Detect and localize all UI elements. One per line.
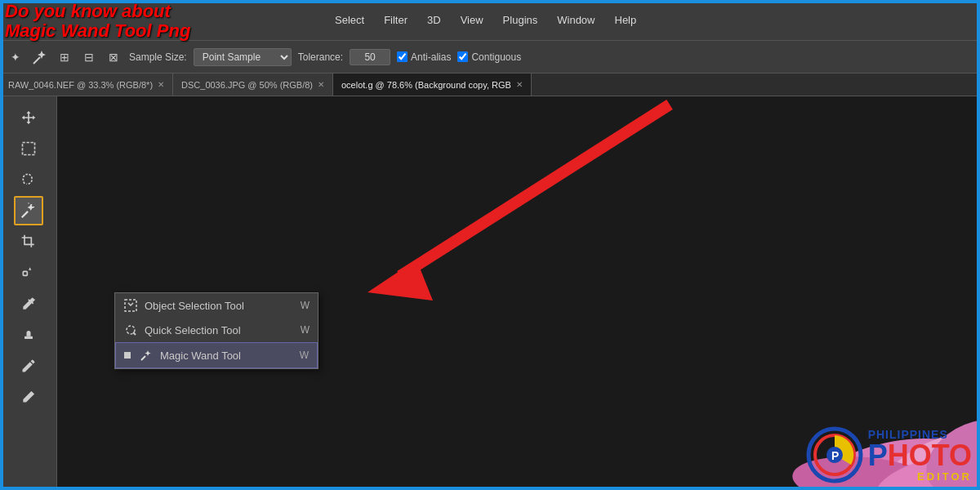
logo-text: PHILIPPINES P HOTO EDITOR	[868, 428, 972, 483]
lasso-tool[interactable]	[14, 165, 43, 194]
intersect-icon[interactable]: ⊠	[105, 48, 122, 66]
tab-bar: RAW_0046.NEF @ 33.3% (RGB/8*) ✕ DSC_0036…	[0, 74, 980, 96]
svg-point-5	[33, 207, 33, 207]
tool-flyout: Object Selection Tool W Quick Selection …	[114, 292, 318, 369]
menu-items-container: Select Filter 3D View Plugins Window Hel…	[327, 11, 644, 29]
tolerance-input[interactable]	[350, 49, 390, 65]
svg-rect-7	[24, 336, 33, 339]
magic-wand-tool[interactable]	[14, 196, 43, 225]
contiguous-group: Contiguous	[457, 51, 521, 63]
logo-photo-p: P	[868, 441, 888, 470]
tolerance-label: Tolerance:	[298, 51, 343, 63]
sample-size-select[interactable]: Point Sample 3 by 3 Average 5 by 5 Avera…	[194, 48, 292, 66]
svg-point-3	[31, 204, 32, 205]
move-tool[interactable]	[14, 103, 43, 132]
tool-preset-icon[interactable]: ✦	[7, 48, 24, 66]
tab-1[interactable]: DSC_0036.JPG @ 50% (RGB/8) ✕	[173, 74, 333, 96]
logo-circle-icon: P	[806, 426, 863, 483]
svg-line-13	[400, 105, 670, 276]
svg-text:P: P	[831, 449, 839, 462]
overlay-line1: Do you know about	[5, 2, 190, 21]
anti-alias-group: Anti-alias	[397, 51, 451, 63]
crop-tool[interactable]	[14, 227, 43, 256]
flyout-quick-selection-shortcut: W	[301, 324, 310, 336]
spot-heal-tool[interactable]	[14, 258, 43, 287]
contiguous-checkbox[interactable]	[457, 51, 468, 62]
svg-line-17	[141, 356, 145, 360]
magic-wand-icon	[139, 348, 154, 363]
flyout-magic-wand-shortcut: W	[300, 350, 309, 361]
svg-line-0	[33, 57, 40, 64]
svg-rect-6	[23, 271, 27, 275]
quick-selection-icon	[123, 323, 138, 337]
brush-tool[interactable]	[14, 351, 43, 381]
rect-select-tool[interactable]	[14, 134, 43, 163]
menu-item-select[interactable]: Select	[327, 11, 372, 29]
anti-alias-checkbox[interactable]	[397, 51, 408, 62]
anti-alias-label: Anti-alias	[411, 51, 451, 63]
menu-item-view[interactable]: View	[452, 11, 492, 29]
menu-item-3d[interactable]: 3D	[419, 11, 449, 29]
subtract-icon[interactable]: ⊟	[80, 48, 98, 66]
red-arrow	[220, 96, 710, 423]
eyedropper-tool[interactable]	[14, 289, 43, 318]
options-bar: ✦ ⊞ ⊟ ⊠ Sample Size: Point Sample 3 by 3…	[0, 41, 980, 74]
main-area: Object Selection Tool W Quick Selection …	[0, 96, 980, 490]
sample-size-label: Sample Size:	[129, 51, 187, 63]
overlay-title: Do you know about Magic Wand Tool Png	[0, 0, 195, 42]
svg-marker-14	[368, 260, 433, 301]
tab-close-0[interactable]: ✕	[158, 80, 164, 89]
wand-icon[interactable]	[31, 48, 49, 66]
logo-photo-row: P HOTO	[868, 441, 972, 470]
tab-2[interactable]: ocelot.g @ 78.6% (Background copy, RGB ✕	[333, 74, 532, 96]
menu-item-window[interactable]: Window	[549, 11, 603, 29]
flyout-object-selection-shortcut: W	[301, 300, 310, 311]
flyout-quick-selection-label: Quick Selection Tool	[145, 324, 241, 336]
flyout-magic-wand[interactable]: Magic Wand Tool W	[115, 342, 318, 368]
tab-close-2[interactable]: ✕	[516, 80, 523, 89]
menu-item-plugins[interactable]: Plugins	[495, 11, 546, 29]
stamp-tool[interactable]	[14, 320, 43, 350]
canvas-area: Object Selection Tool W Quick Selection …	[57, 96, 980, 490]
left-toolbar	[0, 96, 57, 490]
tab-close-1[interactable]: ✕	[318, 80, 324, 89]
flyout-quick-selection[interactable]: Quick Selection Tool W	[115, 318, 318, 342]
add-icon[interactable]: ⊞	[56, 48, 74, 66]
flyout-magic-wand-label: Magic Wand Tool	[160, 350, 241, 362]
menu-item-filter[interactable]: Filter	[376, 11, 416, 29]
overlay-line2: Magic Wand Tool Png	[5, 21, 190, 41]
eraser-tool[interactable]	[14, 382, 43, 412]
object-selection-icon	[123, 298, 138, 313]
flyout-object-selection[interactable]: Object Selection Tool W	[115, 293, 318, 318]
menu-bar: Do you know about Magic Wand Tool Png Se…	[0, 0, 980, 41]
menu-item-help[interactable]: Help	[607, 11, 645, 29]
logo-area: P PHILIPPINES P HOTO EDITOR	[806, 426, 972, 483]
svg-rect-1	[22, 143, 34, 155]
tab-0[interactable]: RAW_0046.NEF @ 33.3% (RGB/8*) ✕	[0, 74, 173, 96]
logo-photo-hoto: HOTO	[888, 441, 972, 470]
flyout-object-selection-label: Object Selection Tool	[145, 300, 244, 312]
logo-editor-text: EDITOR	[868, 470, 972, 483]
selected-indicator	[124, 352, 131, 359]
contiguous-label: Contiguous	[471, 51, 521, 63]
svg-line-2	[21, 212, 27, 217]
svg-point-4	[28, 203, 29, 203]
